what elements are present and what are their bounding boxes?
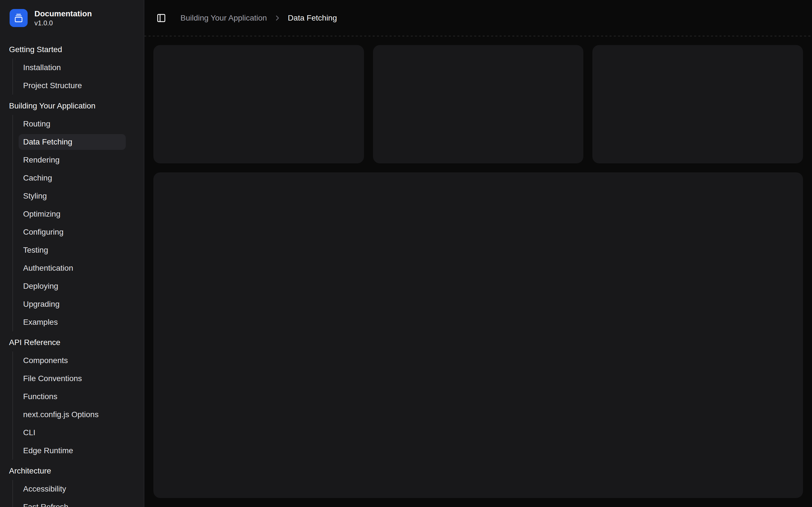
sidebar-header[interactable]: Documentation v1.0.0 [0,0,144,36]
nav-list-item: Accessibility [18,481,126,497]
nav-sub-list: InstallationProject Structure [12,59,132,95]
nav-list-item: Examples [18,314,126,330]
chevron-right-icon [273,14,282,22]
nav-list-item: next.config.js Options [18,407,126,422]
app-logo [10,9,28,27]
nav-list-item: CLI [18,425,126,441]
sidebar-item-functions[interactable]: Functions [18,389,126,404]
nav-list-item: Rendering [18,152,126,168]
sidebar-item-configuring[interactable]: Configuring [18,224,126,240]
nav-group-label: Getting Started [4,41,139,59]
sidebar-item-components[interactable]: Components [18,353,126,369]
placeholder-card [592,45,803,163]
nav-sub-list: AccessibilityFast Refresh [12,480,132,507]
placeholder-card [373,45,583,163]
nav-group: Getting StartedInstallationProject Struc… [0,40,144,96]
panel-left-icon [156,13,166,23]
nav-list-item: Routing [18,116,126,132]
nav-list-item: Fast Refresh [18,499,126,507]
breadcrumb-link[interactable]: Building Your Application [181,13,267,22]
placeholder-card [153,45,364,163]
nav-group: Building Your ApplicationRoutingData Fet… [0,96,144,332]
nav-list-item: Edge Runtime [18,443,126,459]
sidebar-item-cli[interactable]: CLI [18,425,126,441]
sidebar-toggle-button[interactable] [153,10,169,26]
sidebar-item-styling[interactable]: Styling [18,188,126,204]
nav-list-item: Authentication [18,260,126,276]
sidebar-item-authentication[interactable]: Authentication [18,260,126,276]
nav-list-item: Optimizing [18,206,126,222]
breadcrumb: Building Your ApplicationData Fetching [181,13,337,22]
sidebar-item-next-config-js-options[interactable]: next.config.js Options [18,407,126,422]
content-area [144,36,812,507]
nav-group: API ReferenceComponentsFile ConventionsF… [0,332,144,461]
sidebar-item-installation[interactable]: Installation [18,60,126,75]
nav-group-label: Architecture [4,462,139,480]
sidebar-item-routing[interactable]: Routing [18,116,126,132]
nav-list-item: Deploying [18,278,126,294]
sidebar-item-accessibility[interactable]: Accessibility [18,481,126,497]
nav-group: ArchitectureAccessibilityFast Refresh [0,461,144,507]
nav-group-label: Building Your Application [4,97,139,115]
nav-list-item: Configuring [18,224,126,240]
nav-list-item: Styling [18,188,126,204]
sidebar-item-caching[interactable]: Caching [18,170,126,186]
main-area: Building Your ApplicationData Fetching [144,0,812,507]
app-version: v1.0.0 [35,19,92,27]
sidebar-nav: Getting StartedInstallationProject Struc… [0,36,144,507]
app-title: Documentation [35,9,92,18]
sidebar-item-data-fetching[interactable]: Data Fetching [18,134,126,150]
placeholder-card-row [153,45,803,163]
sidebar-item-fast-refresh[interactable]: Fast Refresh [18,499,126,507]
nav-list-item: Caching [18,170,126,186]
sidebar-item-optimizing[interactable]: Optimizing [18,206,126,222]
nav-list-item: Components [18,353,126,369]
sidebar: Documentation v1.0.0 Getting StartedInst… [0,0,144,507]
nav-list-item: Project Structure [18,78,126,94]
nav-list-item: Upgrading [18,296,126,312]
nav-list-item: Testing [18,242,126,258]
sidebar-item-upgrading[interactable]: Upgrading [18,296,126,312]
sidebar-item-examples[interactable]: Examples [18,314,126,330]
sidebar-item-edge-runtime[interactable]: Edge Runtime [18,443,126,459]
sidebar-item-rendering[interactable]: Rendering [18,152,126,168]
nav-list-item: Functions [18,389,126,404]
nav-list-item: Installation [18,60,126,75]
nav-group-label: API Reference [4,334,139,351]
sidebar-item-project-structure[interactable]: Project Structure [18,78,126,94]
gallery-vertical-end-icon [14,13,23,22]
breadcrumb-current-page: Data Fetching [288,13,337,22]
nav-list-item: Data Fetching [18,134,126,150]
sidebar-item-deploying[interactable]: Deploying [18,278,126,294]
nav-sub-list: ComponentsFile ConventionsFunctionsnext.… [12,351,132,460]
main-header: Building Your ApplicationData Fetching [144,0,812,36]
nav-sub-list: RoutingData FetchingRenderingCachingStyl… [12,115,132,331]
sidebar-item-file-conventions[interactable]: File Conventions [18,371,126,386]
sidebar-item-testing[interactable]: Testing [18,242,126,258]
nav-list-item: File Conventions [18,371,126,386]
placeholder-panel [153,172,803,498]
